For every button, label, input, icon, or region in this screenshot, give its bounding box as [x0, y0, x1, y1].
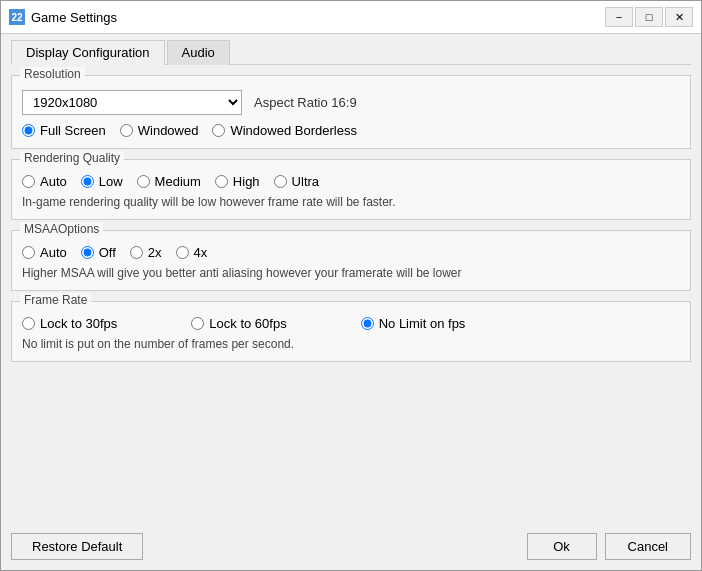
framerate-description: No limit is put on the number of frames … — [22, 337, 680, 351]
fullscreen-option[interactable]: Full Screen — [22, 123, 106, 138]
windowed-borderless-label: Windowed Borderless — [230, 123, 356, 138]
rq-low-radio[interactable] — [81, 175, 94, 188]
rq-ultra-label: Ultra — [292, 174, 319, 189]
tab-audio[interactable]: Audio — [167, 40, 230, 65]
fr-60-option[interactable]: Lock to 60fps — [191, 316, 286, 331]
content-area: Display Configuration Audio Resolution 1… — [1, 34, 701, 570]
fr-60-radio[interactable] — [191, 317, 204, 330]
rq-medium-option[interactable]: Medium — [137, 174, 201, 189]
framerate-section: Frame Rate Lock to 30fps Lock to 60fps N… — [11, 301, 691, 362]
resolution-section: Resolution 1920x1080 1600x900 1280x720 1… — [11, 75, 691, 149]
rendering-quality-description: In-game rendering quality will be low ho… — [22, 195, 680, 209]
minimize-button[interactable]: − — [605, 7, 633, 27]
msaa-off-radio[interactable] — [81, 246, 94, 259]
msaa-auto-label: Auto — [40, 245, 67, 260]
msaa-row: Auto Off 2x 4x — [22, 245, 680, 260]
title-bar: 22 Game Settings − □ ✕ — [1, 1, 701, 34]
ok-cancel-group: Ok Cancel — [527, 533, 691, 560]
fullscreen-label: Full Screen — [40, 123, 106, 138]
framerate-row: Lock to 30fps Lock to 60fps No Limit on … — [22, 316, 680, 331]
rq-auto-option[interactable]: Auto — [22, 174, 67, 189]
windowed-option[interactable]: Windowed — [120, 123, 199, 138]
fr-nolimit-option[interactable]: No Limit on fps — [361, 316, 466, 331]
rq-high-radio[interactable] — [215, 175, 228, 188]
resolution-section-title: Resolution — [20, 67, 85, 81]
fr-30-label: Lock to 30fps — [40, 316, 117, 331]
restore-default-button[interactable]: Restore Default — [11, 533, 143, 560]
msaa-off-option[interactable]: Off — [81, 245, 116, 260]
resolution-dropdown[interactable]: 1920x1080 1600x900 1280x720 1024x768 — [22, 90, 242, 115]
maximize-button[interactable]: □ — [635, 7, 663, 27]
fr-60-label: Lock to 60fps — [209, 316, 286, 331]
framerate-section-title: Frame Rate — [20, 293, 91, 307]
display-mode-row: Full Screen Windowed Windowed Borderless — [22, 123, 680, 138]
ok-button[interactable]: Ok — [527, 533, 597, 560]
fr-nolimit-label: No Limit on fps — [379, 316, 466, 331]
rendering-quality-row: Auto Low Medium High Ultra — [22, 174, 680, 189]
rq-auto-label: Auto — [40, 174, 67, 189]
game-settings-window: 22 Game Settings − □ ✕ Display Configura… — [0, 0, 702, 571]
windowed-borderless-radio[interactable] — [212, 124, 225, 137]
tab-bar: Display Configuration Audio — [11, 40, 691, 65]
msaa-auto-option[interactable]: Auto — [22, 245, 67, 260]
windowed-label: Windowed — [138, 123, 199, 138]
msaa-4x-option[interactable]: 4x — [176, 245, 208, 260]
rendering-quality-section: Rendering Quality Auto Low Medium High — [11, 159, 691, 220]
msaa-2x-label: 2x — [148, 245, 162, 260]
rq-ultra-option[interactable]: Ultra — [274, 174, 319, 189]
fr-nolimit-radio[interactable] — [361, 317, 374, 330]
msaa-section: MSAAOptions Auto Off 2x 4x — [11, 230, 691, 291]
window-title: Game Settings — [31, 10, 605, 25]
app-icon: 22 — [9, 9, 25, 25]
windowed-radio[interactable] — [120, 124, 133, 137]
rq-auto-radio[interactable] — [22, 175, 35, 188]
msaa-2x-option[interactable]: 2x — [130, 245, 162, 260]
fullscreen-radio[interactable] — [22, 124, 35, 137]
rq-ultra-radio[interactable] — [274, 175, 287, 188]
cancel-button[interactable]: Cancel — [605, 533, 691, 560]
resolution-row: 1920x1080 1600x900 1280x720 1024x768 Asp… — [22, 90, 680, 115]
fr-30-option[interactable]: Lock to 30fps — [22, 316, 117, 331]
msaa-section-title: MSAAOptions — [20, 222, 103, 236]
close-button[interactable]: ✕ — [665, 7, 693, 27]
msaa-4x-label: 4x — [194, 245, 208, 260]
rq-medium-label: Medium — [155, 174, 201, 189]
msaa-2x-radio[interactable] — [130, 246, 143, 259]
windowed-borderless-option[interactable]: Windowed Borderless — [212, 123, 356, 138]
rq-medium-radio[interactable] — [137, 175, 150, 188]
fr-30-radio[interactable] — [22, 317, 35, 330]
msaa-4x-radio[interactable] — [176, 246, 189, 259]
rq-high-option[interactable]: High — [215, 174, 260, 189]
msaa-auto-radio[interactable] — [22, 246, 35, 259]
msaa-off-label: Off — [99, 245, 116, 260]
rendering-quality-title: Rendering Quality — [20, 151, 124, 165]
rq-low-option[interactable]: Low — [81, 174, 123, 189]
rq-low-label: Low — [99, 174, 123, 189]
tab-display-configuration[interactable]: Display Configuration — [11, 40, 165, 65]
aspect-ratio-label: Aspect Ratio 16:9 — [254, 95, 357, 110]
window-controls: − □ ✕ — [605, 7, 693, 27]
rq-high-label: High — [233, 174, 260, 189]
msaa-description: Higher MSAA will give you better anti al… — [22, 266, 680, 280]
bottom-bar: Restore Default Ok Cancel — [11, 527, 691, 560]
